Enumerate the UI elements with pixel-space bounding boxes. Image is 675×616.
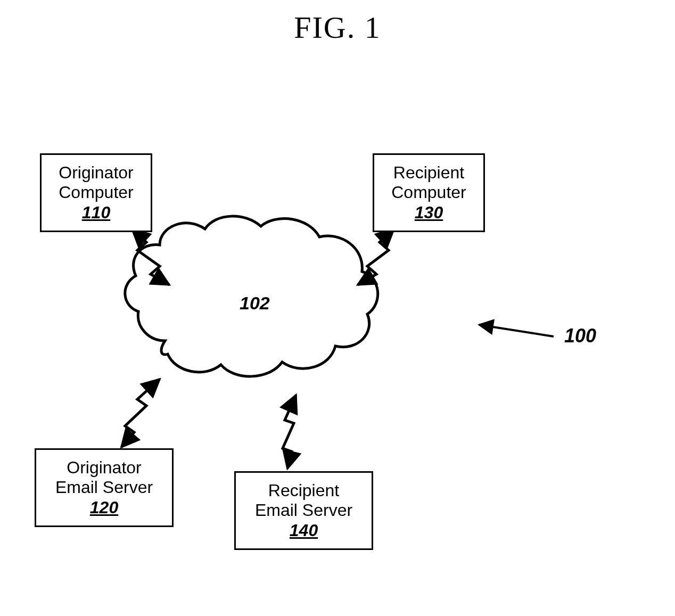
node-label: Originator: [67, 458, 142, 478]
node-originator-server: Originator Email Server 120: [35, 448, 174, 527]
node-label: Recipient: [268, 481, 339, 500]
node-label: Email Server: [255, 500, 352, 520]
node-originator-computer: Originator Computer 110: [40, 153, 152, 232]
connector-originator-server: [121, 379, 160, 447]
node-label: Computer: [59, 183, 134, 202]
node-label: Computer: [391, 183, 466, 202]
node-recipient-computer: Recipient Computer 130: [373, 153, 485, 232]
node-ref: 140: [290, 521, 318, 540]
node-label: Originator: [59, 163, 134, 183]
figure-canvas: FIG. 1 102 100 O: [0, 0, 675, 616]
node-label: Email Server: [55, 478, 153, 497]
connector-recipient-server: [283, 395, 296, 469]
node-ref: 130: [415, 203, 443, 223]
system-ref: 100: [564, 325, 596, 347]
svg-line-0: [479, 325, 554, 336]
node-recipient-server: Recipient Email Server 140: [234, 471, 373, 550]
node-label: Recipient: [393, 163, 464, 183]
cloud-ref: 102: [240, 293, 270, 314]
system-ref-arrow: [479, 325, 554, 336]
node-ref: 120: [90, 498, 118, 518]
node-ref: 110: [82, 203, 110, 223]
